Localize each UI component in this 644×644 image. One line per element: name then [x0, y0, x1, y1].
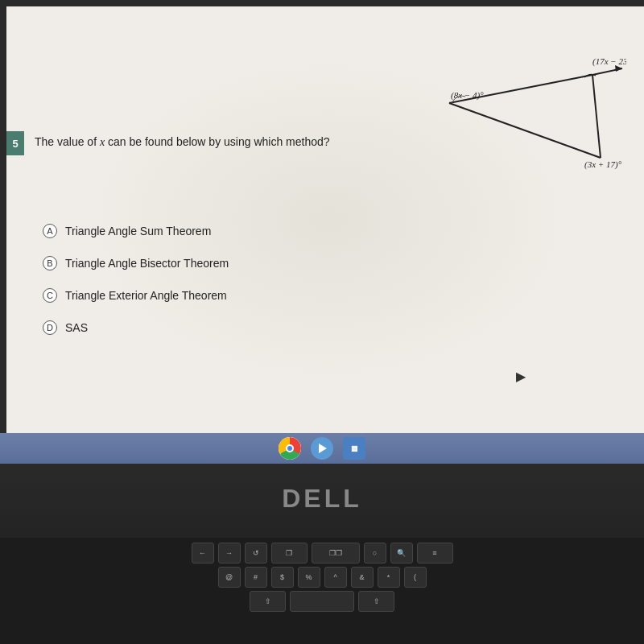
- key-windows[interactable]: ❐❐: [312, 543, 360, 564]
- keyboard: ← → ↺ ❐ ❐❐ ○ 🔍 ≡ @ # $ % ^ & * ( ⇧ ⇧: [0, 538, 644, 644]
- answer-circle-d: D: [43, 320, 57, 335]
- answer-circle-a: A: [43, 224, 57, 238]
- svg-text:(8x − 4)°: (8x − 4)°: [451, 90, 484, 101]
- key-back[interactable]: ←: [192, 543, 214, 564]
- answer-b[interactable]: B Triangle Angle Bisector Theorem: [43, 256, 229, 270]
- key-shift-right[interactable]: ⇧: [358, 591, 394, 612]
- key-amp[interactable]: &: [351, 567, 374, 588]
- svg-line-1: [592, 75, 601, 158]
- cursor: ▶: [516, 369, 526, 384]
- keyboard-row-2: @ # $ % ^ & * (: [16, 567, 628, 588]
- app-icon[interactable]: ▦: [343, 437, 365, 460]
- key-caret[interactable]: ^: [324, 567, 347, 588]
- answer-text-a: Triangle Angle Sum Theorem: [65, 225, 211, 237]
- play-triangle-icon: [319, 444, 327, 453]
- key-percent[interactable]: %: [298, 567, 320, 588]
- answer-choices: A Triangle Angle Sum Theorem B Triangle …: [43, 224, 229, 353]
- svg-text:(3x + 17)°: (3x + 17)°: [584, 159, 622, 170]
- play-button[interactable]: [311, 437, 333, 460]
- laptop-bottom: DELL ← → ↺ ❐ ❐❐ ○ 🔍 ≡ @ # $ % ^ & * ( ⇧: [0, 464, 644, 644]
- keyboard-row-3: ⇧ ⇧: [16, 591, 628, 612]
- key-menu[interactable]: ≡: [417, 543, 453, 564]
- svg-marker-4: [615, 65, 622, 72]
- screen: 5 The value of x can be found below by u…: [6, 6, 644, 433]
- answer-text-b: Triangle Angle Bisector Theorem: [65, 257, 229, 270]
- key-dollar[interactable]: $: [271, 567, 294, 588]
- key-search[interactable]: 🔍: [390, 543, 413, 564]
- key-openparen[interactable]: (: [404, 567, 427, 588]
- key-hash[interactable]: #: [245, 567, 267, 588]
- answer-a[interactable]: A Triangle Angle Sum Theorem: [43, 224, 229, 238]
- key-fullscreen[interactable]: ❐: [271, 543, 308, 564]
- dell-logo: DELL: [282, 484, 362, 514]
- answer-circle-c: C: [43, 288, 57, 303]
- key-circle[interactable]: ○: [364, 543, 386, 564]
- answer-c[interactable]: C Triangle Exterior Angle Theorem: [43, 288, 229, 303]
- answer-text-d: SAS: [65, 321, 88, 334]
- svg-text:(17x − 23)°: (17x − 23)°: [592, 56, 626, 67]
- answer-circle-b: B: [43, 256, 57, 270]
- chrome-icon[interactable]: [279, 437, 301, 460]
- key-at[interactable]: @: [218, 567, 241, 588]
- question-number: 5: [6, 131, 24, 155]
- answer-text-c: Triangle Exterior Angle Theorem: [65, 289, 227, 302]
- svg-line-2: [449, 103, 601, 158]
- answer-d[interactable]: D SAS: [43, 320, 229, 335]
- key-shift-left[interactable]: ⇧: [250, 591, 286, 612]
- triangle-diagram: (8x − 4)° (17x − 23)° (3x + 17)°: [385, 31, 626, 216]
- question-text: The value of x can be found below by usi…: [35, 135, 330, 149]
- key-forward[interactable]: →: [218, 543, 241, 564]
- keyboard-row-1: ← → ↺ ❐ ❐❐ ○ 🔍 ≡: [16, 543, 628, 564]
- taskbar: ▦: [0, 433, 644, 464]
- key-refresh[interactable]: ↺: [245, 543, 267, 564]
- key-space[interactable]: [290, 591, 354, 612]
- key-asterisk[interactable]: *: [378, 567, 400, 588]
